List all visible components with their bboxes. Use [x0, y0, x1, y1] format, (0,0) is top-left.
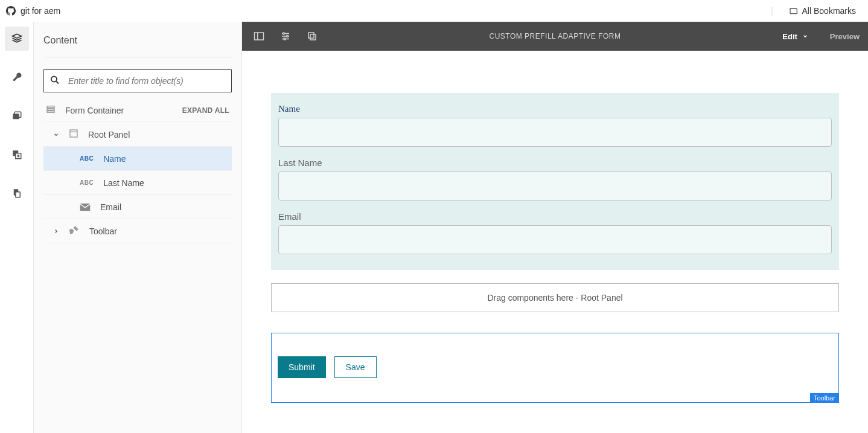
- page-title: CUSTOM PREFILL ADAPTIVE FORM: [489, 32, 621, 40]
- selection-tag: Toolbar: [810, 393, 839, 403]
- name-input[interactable]: [278, 118, 832, 147]
- sliders-icon[interactable]: [273, 24, 298, 48]
- lastname-input[interactable]: [278, 172, 832, 200]
- rail-wrench-icon[interactable]: [5, 65, 29, 89]
- expand-all-button[interactable]: EXPAND ALL: [182, 106, 229, 115]
- drop-zone-label: Drag components here - Root Panel: [487, 293, 622, 303]
- rail-add-icon[interactable]: [5, 143, 29, 167]
- svg-point-13: [283, 33, 285, 34]
- separator: |: [771, 6, 773, 16]
- svg-rect-16: [308, 33, 314, 38]
- tree-label: Email: [100, 202, 121, 212]
- search-input[interactable]: [43, 69, 232, 92]
- email-icon: [80, 203, 91, 211]
- chevron-right-icon: [53, 226, 59, 236]
- tree-label: Toolbar: [89, 226, 117, 236]
- svg-point-6: [51, 77, 57, 82]
- tree-item-name[interactable]: ABC Name: [43, 147, 232, 171]
- email-input[interactable]: [278, 225, 832, 254]
- all-bookmarks-label: All Bookmarks: [802, 6, 856, 16]
- toolbar-container[interactable]: Submit Save Toolbar: [271, 333, 839, 403]
- save-button[interactable]: Save: [334, 356, 377, 378]
- rail-content-icon[interactable]: [5, 27, 29, 51]
- browser-topbar: git for aem | All Bookmarks: [0, 0, 868, 22]
- tree-item-last-name[interactable]: ABC Last Name: [43, 171, 232, 195]
- tree-item-email[interactable]: Email: [43, 195, 232, 219]
- form-container-label[interactable]: Form Container: [65, 106, 124, 115]
- svg-rect-5: [15, 192, 20, 197]
- github-icon: [6, 6, 16, 16]
- rail-paste-icon[interactable]: [5, 181, 29, 205]
- form-fields-container: Name Last Name Email: [271, 93, 839, 270]
- svg-rect-17: [310, 34, 316, 40]
- chevron-down-icon: [53, 130, 59, 140]
- tools-icon: [69, 225, 80, 237]
- svg-rect-7: [47, 106, 54, 108]
- drop-zone-root-panel[interactable]: Drag components here - Root Panel: [271, 283, 839, 312]
- copy-icon[interactable]: [300, 24, 324, 48]
- panel-icon: [69, 129, 78, 140]
- preview-button[interactable]: Preview: [830, 32, 860, 41]
- panel-title: Content: [43, 22, 232, 57]
- edit-label: Edit: [782, 32, 797, 41]
- svg-rect-12: [255, 33, 264, 40]
- svg-point-14: [287, 36, 289, 37]
- tree-label: Last Name: [103, 178, 144, 188]
- tree-item-toolbar[interactable]: Toolbar: [43, 219, 232, 243]
- text-field-icon: ABC: [80, 155, 94, 162]
- tree-label: Root Panel: [88, 130, 130, 140]
- bookmark-tab-title[interactable]: git for aem: [21, 6, 60, 16]
- search-icon: [49, 75, 60, 88]
- rail-asset-icon[interactable]: [5, 104, 29, 128]
- tree-item-root-panel[interactable]: Root Panel: [43, 123, 232, 147]
- form-container-icon: [46, 104, 56, 116]
- svg-rect-8: [47, 109, 54, 111]
- svg-rect-0: [13, 114, 19, 119]
- svg-rect-10: [70, 130, 77, 137]
- field-label-lastname: Last Name: [278, 158, 832, 168]
- all-bookmarks-button[interactable]: All Bookmarks: [789, 6, 856, 16]
- tree-label: Name: [103, 154, 126, 164]
- svg-rect-9: [47, 111, 54, 113]
- text-field-icon: ABC: [80, 179, 94, 186]
- left-rail: [0, 22, 34, 433]
- field-label-name: Name: [278, 104, 832, 114]
- field-label-email: Email: [278, 211, 832, 222]
- svg-point-15: [284, 38, 286, 40]
- content-panel: Content Form Container EXPAND ALL: [34, 22, 242, 433]
- side-panel-toggle-icon[interactable]: [247, 24, 271, 48]
- submit-button[interactable]: Submit: [278, 356, 326, 378]
- mode-edit-button[interactable]: Edit: [782, 32, 808, 41]
- editor-toolbar: CUSTOM PREFILL ADAPTIVE FORM Edit Previe…: [242, 22, 868, 51]
